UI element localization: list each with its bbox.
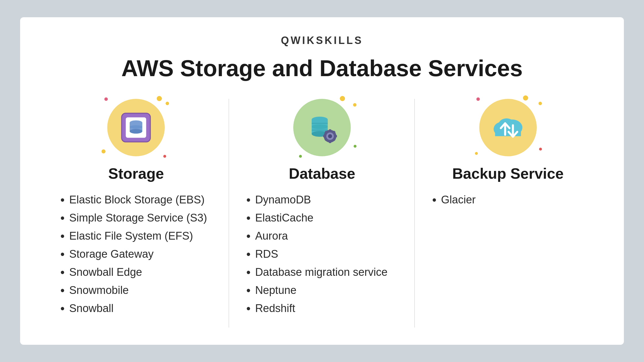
- database-icon-svg: [302, 107, 342, 148]
- storage-column-title: Storage: [60, 165, 212, 182]
- list-item: Snowmobile: [60, 284, 212, 296]
- list-item: Snowball Edge: [60, 266, 212, 278]
- database-column-title: Database: [246, 165, 398, 182]
- list-item: Elastic Block Storage (EBS): [60, 194, 212, 206]
- list-item: Storage Gateway: [60, 248, 212, 260]
- list-item: ElastiCache: [246, 212, 398, 224]
- storage-icon-area: [60, 99, 212, 156]
- list-item: Neptune: [246, 284, 398, 296]
- list-item: Redshift: [246, 302, 398, 315]
- list-item: Elastic File System (EFS): [60, 230, 212, 242]
- svg-rect-14: [329, 129, 331, 132]
- list-item: RDS: [246, 248, 398, 260]
- database-icon-area: [246, 99, 398, 156]
- svg-point-22: [328, 134, 332, 138]
- column-storage: Storage Elastic Block Storage (EBS) Simp…: [43, 99, 229, 328]
- svg-point-9: [312, 124, 328, 129]
- list-item: DynamoDB: [246, 194, 398, 206]
- storage-icon-svg: [117, 109, 155, 146]
- brand-name: QWIKSKILLS: [281, 34, 363, 47]
- backup-icon-area: [432, 99, 584, 156]
- column-database: Database DynamoDB ElastiCache Aurora RDS…: [229, 99, 415, 328]
- backup-icon-svg: [486, 107, 530, 148]
- main-title: AWS Storage and Database Services: [121, 55, 523, 82]
- slide-container: QWIKSKILLS AWS Storage and Database Serv…: [20, 17, 624, 345]
- list-item: Glacier: [432, 194, 584, 206]
- database-icon-circle: [293, 99, 351, 156]
- columns-wrapper: Storage Elastic Block Storage (EBS) Simp…: [43, 99, 601, 328]
- backup-icon-circle: [479, 99, 537, 156]
- svg-rect-17: [334, 135, 337, 137]
- storage-item-list: Elastic Block Storage (EBS) Simple Stora…: [60, 194, 212, 320]
- database-item-list: DynamoDB ElastiCache Aurora RDS Database…: [246, 194, 398, 320]
- list-item: Database migration service: [246, 266, 398, 278]
- svg-point-5: [130, 125, 142, 129]
- svg-rect-15: [329, 140, 331, 143]
- svg-rect-16: [323, 135, 326, 137]
- backup-item-list: Glacier: [432, 194, 584, 212]
- svg-point-4: [130, 129, 142, 134]
- backup-column-title: Backup Service: [432, 165, 584, 182]
- list-item: Aurora: [246, 230, 398, 242]
- list-item: Snowball: [60, 302, 212, 315]
- storage-icon-circle: [107, 99, 165, 156]
- column-backup: Backup Service Glacier: [415, 99, 601, 328]
- list-item: Simple Storage Service (S3): [60, 212, 212, 224]
